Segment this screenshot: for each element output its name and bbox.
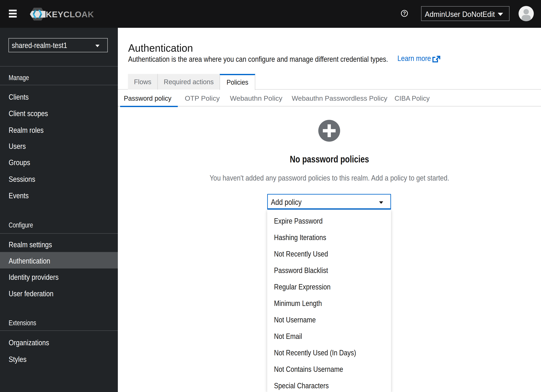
svg-text:?: ?: [403, 11, 406, 16]
svg-text:KEYCLOAK: KEYCLOAK: [46, 10, 94, 19]
